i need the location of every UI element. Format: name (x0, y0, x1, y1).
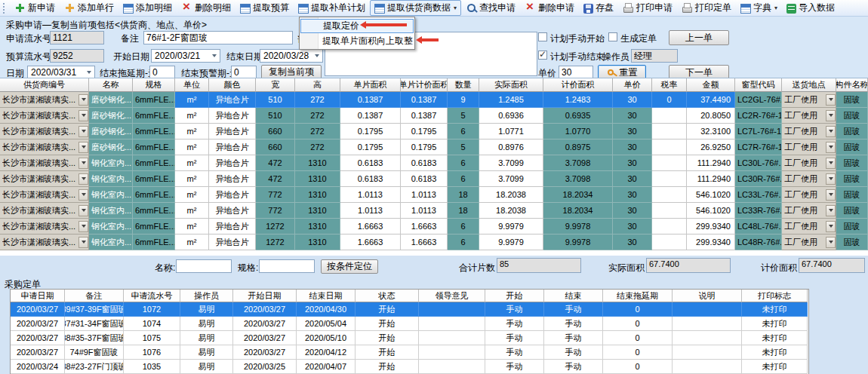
grid-row[interactable]: 长沙市潇湘玻璃实...钢化室内...6mmFLE...m²异地合片7721310… (0, 187, 868, 203)
chevron-down-icon[interactable] (78, 94, 88, 106)
grid-row[interactable]: 长沙市潇湘玻璃实...磨砂钢化...6mmFLE...m²异地合片6602720… (0, 139, 868, 155)
operator-input[interactable] (631, 49, 678, 63)
grid-header-cell[interactable]: 窗型代码 (735, 78, 782, 92)
grid-header-cell[interactable]: 名称 (89, 78, 133, 92)
orders-row[interactable]: 2020/03/2488#23-27F门顶玻1035易明2020/03/2520… (11, 360, 808, 374)
grid-cell[interactable]: 工厂使用 (782, 235, 836, 250)
orders-row[interactable]: 2020/03/2788#35-37F窗固玻1075易明2020/03/2720… (11, 331, 808, 345)
chevron-down-icon[interactable] (826, 189, 836, 201)
grid-cell[interactable]: 长沙市潇湘玻璃实... (0, 219, 89, 235)
grid-header-cell[interactable]: 计价面积 (543, 78, 613, 92)
grid-header-cell[interactable]: 高 (295, 78, 340, 92)
manual-end-checkbox[interactable] (538, 51, 547, 60)
remark-input[interactable] (143, 31, 293, 44)
grid-header-cell[interactable]: 宽 (256, 78, 295, 92)
orders-header-cell[interactable]: 操作员 (180, 290, 233, 302)
grid-header-cell[interactable]: 单位 (175, 78, 209, 92)
grid-cell[interactable]: 长沙市潇湘玻璃实... (0, 124, 89, 139)
toolbar-button-new-request[interactable]: 新申请 (10, 0, 60, 16)
orders-header-cell[interactable]: 结束拖延期 (603, 290, 673, 302)
grid-header-cell[interactable]: 构件名称 (836, 78, 868, 92)
toolbar-button-dictionary[interactable]: 字典▾ (736, 0, 782, 16)
grid-cell[interactable]: 工厂使用 (782, 139, 836, 155)
chevron-down-icon[interactable] (826, 126, 836, 137)
grid-cell[interactable]: 长沙市潇湘玻璃实... (0, 139, 89, 155)
budget-input[interactable] (50, 49, 104, 63)
chevron-down-icon[interactable] (212, 54, 217, 57)
chevron-down-icon[interactable] (78, 158, 88, 169)
prev-order-button[interactable]: 上一单 (669, 30, 729, 45)
grid-header-cell[interactable]: 规格 (133, 78, 175, 92)
grid-row[interactable]: 长沙市潇湘玻璃实...磨砂钢化...6mmFLE...m²异地合片6602720… (0, 124, 868, 139)
toolbar-button-print-order[interactable]: 打印定单 (677, 0, 736, 16)
toolbar-button-find-request[interactable]: 查找申请 (461, 0, 520, 16)
chevron-down-icon[interactable] (315, 54, 319, 57)
toolbar-button-extract-supplement-plan[interactable]: 提取补单计划 (294, 0, 370, 16)
chevron-down-icon[interactable] (826, 205, 836, 216)
chevron-down-icon[interactable] (826, 158, 836, 169)
grid-cell[interactable]: 长沙市潇湘玻璃实... (0, 187, 89, 203)
chevron-down-icon[interactable] (826, 110, 836, 121)
grid-header-cell[interactable]: 颜色 (209, 78, 256, 92)
grid-row[interactable]: 长沙市潇湘玻璃实...钢化室内...6mmFLE...m²异地合片4721310… (0, 155, 868, 171)
grid-header-cell[interactable]: 实际面积 (479, 78, 543, 92)
toolbar-button-extract-supplier-data[interactable]: 提取供货商数据▾ (370, 0, 461, 16)
locate-by-condition-button[interactable]: 按条件定位 (321, 259, 378, 274)
end-date-combo[interactable]: 2020/03/28 (260, 49, 323, 63)
toolbar-button-add-row[interactable]: 添加单行 (60, 0, 119, 16)
grid-header-cell[interactable]: 送货地点 (782, 78, 836, 92)
orders-header-cell[interactable]: 申请流水号 (124, 290, 180, 302)
chevron-down-icon[interactable] (78, 173, 88, 185)
chevron-down-icon[interactable] (78, 142, 88, 153)
orders-header-cell[interactable]: 申请日期 (11, 290, 65, 302)
orders-header-cell[interactable]: 备注 (65, 290, 124, 302)
grid-cell[interactable]: 工厂使用 (782, 155, 836, 171)
generate-order-checkbox[interactable] (608, 32, 617, 41)
grid-row[interactable]: 长沙市潇湘玻璃实...钢化室内...6mmFLE...m²异地合片1272131… (0, 219, 868, 235)
filter-spec-input[interactable] (259, 259, 315, 273)
grid-cell[interactable]: 工厂使用 (782, 124, 836, 139)
grid-row[interactable]: 长沙市潇湘玻璃实...钢化室内...6mmFLE...m²异地合片4721310… (0, 171, 868, 187)
grid-cell[interactable]: 长沙市潇湘玻璃实... (0, 108, 89, 124)
chevron-down-icon[interactable] (78, 126, 88, 137)
grid-cell[interactable]: 长沙市潇湘玻璃实... (0, 235, 89, 250)
grid-header-cell[interactable]: 单片面积 (340, 78, 401, 92)
chevron-down-icon[interactable] (826, 142, 836, 153)
chevron-down-icon[interactable] (826, 94, 836, 106)
toolbar-button-delete-detail[interactable]: 删除明细 (177, 0, 235, 16)
orders-row[interactable]: 2020/03/2787#31-34F窗固玻1074易明2020/03/2720… (11, 317, 808, 331)
grid-header-cell[interactable]: 金额 (687, 78, 735, 92)
serial-input[interactable] (50, 31, 104, 44)
grid-row[interactable]: 长沙市潇湘玻璃实...磨砂钢化...6mmFLE...m²异地合片5102720… (0, 92, 868, 108)
chevron-down-icon[interactable] (87, 71, 91, 74)
orders-header-cell[interactable]: 开始日期 (233, 290, 297, 302)
grid-row[interactable]: 长沙市潇湘玻璃实...磨砂钢化...6mmFLE...m²异地合片5102720… (0, 108, 868, 124)
toolbar-button-print-request[interactable]: 打印申请 (618, 0, 677, 16)
grid-cell[interactable]: 长沙市潇湘玻璃实... (0, 92, 89, 108)
chevron-down-icon[interactable] (78, 205, 88, 216)
toolbar-button-save[interactable]: 存盘 (579, 0, 618, 16)
grid-header-cell[interactable]: 税率 (652, 78, 687, 92)
grid-row[interactable]: 长沙市潇湘玻璃实...钢化室内...6mmFLE...m²异地合片7721310… (0, 203, 868, 219)
grid-cell[interactable]: 工厂使用 (782, 219, 836, 235)
grid-cell[interactable]: 长沙市潇湘玻璃实... (0, 155, 89, 171)
orders-header-cell[interactable]: 结束 (544, 290, 603, 302)
chevron-down-icon[interactable] (78, 110, 88, 121)
chevron-down-icon[interactable] (826, 173, 836, 185)
grid-cell[interactable]: 长沙市潇湘玻璃实... (0, 171, 89, 187)
chevron-down-icon[interactable] (78, 237, 88, 248)
grid-header-cell[interactable]: 单片计价面积 (401, 78, 448, 92)
toolbar-button-extract-budget[interactable]: 提取预算 (235, 0, 294, 16)
grid-cell[interactable]: 工厂使用 (782, 108, 836, 124)
orders-row[interactable]: 2020/03/2774#9F窗固玻1076易明2020/03/272020/0… (11, 345, 808, 360)
toolbar-button-add-detail[interactable]: 添加明细 (119, 0, 177, 16)
orders-header-cell[interactable]: 说明 (673, 290, 742, 302)
grid-cell[interactable]: 长沙市潇湘玻璃实... (0, 203, 89, 219)
menu-item-extract-piece-area-roundup[interactable]: 提取单片面积向上取整 (300, 34, 414, 48)
grid-row[interactable]: 长沙市潇湘玻璃实...钢化室内...6mmFLE...m²异地合片1272131… (0, 235, 868, 250)
orders-header-cell[interactable]: 开始 (485, 290, 544, 302)
grid-cell[interactable]: 工厂使用 (782, 187, 836, 203)
filter-name-input[interactable] (176, 259, 232, 273)
manual-start-checkbox[interactable] (538, 32, 547, 41)
toolbar-button-delete-request[interactable]: 删除申请 (520, 0, 579, 16)
